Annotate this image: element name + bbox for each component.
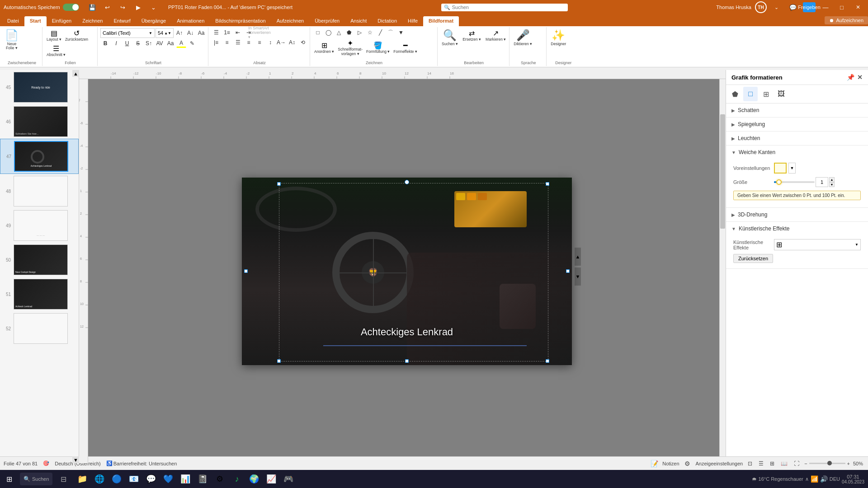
diktieren-btn[interactable]: 🎤 Diktieren ▾ (512, 28, 533, 47)
panel-close-btn[interactable]: ✕ (857, 74, 863, 81)
panel-icon-image[interactable]: 🖼 (774, 87, 788, 101)
suchen-btn[interactable]: 🔍 Suchen ▾ (440, 28, 459, 47)
slide-controls[interactable]: 🎯 (43, 460, 49, 466)
tab-uebergaenge[interactable]: Übergänge (136, 16, 171, 26)
app-outlook[interactable]: 📧 (126, 471, 142, 487)
weiche-kanten-header[interactable]: ▼ Weiche Kanten (726, 145, 868, 159)
textshadow-btn[interactable]: S↑ (144, 39, 154, 48)
tab-datei[interactable]: Datei (2, 16, 24, 26)
shape-3[interactable]: △ (334, 28, 344, 37)
view-outline-btn[interactable]: ☰ (757, 460, 765, 468)
highlight-btn[interactable]: ✎ (187, 39, 197, 48)
aufzeichnen-btn[interactable]: ⏺Aufzeichnen (825, 16, 868, 24)
slide-item-47[interactable]: 47 Achteckiges Lenkrad (0, 139, 79, 174)
italic-btn[interactable]: I (111, 39, 121, 48)
zoom-plus-btn[interactable]: + (847, 461, 850, 466)
shape-4[interactable]: ⬟ (344, 28, 354, 37)
formfill-btn[interactable]: 🪣Formfüllung ▾ (365, 40, 391, 55)
groesse-input[interactable] (816, 177, 828, 187)
fontcolor-btn[interactable]: A (176, 39, 186, 48)
font-size-selector[interactable]: 54▲▼ (156, 28, 174, 38)
slide-item-49[interactable]: 49 — — — (0, 208, 79, 243)
textdir-btn[interactable]: A→ (276, 38, 286, 47)
handle-ml[interactable] (244, 269, 248, 273)
shape-1[interactable]: □ (313, 28, 323, 37)
voreinstellungen-dropdown-arrow[interactable]: ▼ (788, 163, 796, 174)
notes-btn[interactable]: 📝 (650, 459, 659, 468)
language-btn[interactable]: DEU (830, 476, 840, 482)
ersetzen-btn[interactable]: ⇄ Ersetzen ▾ (461, 28, 482, 43)
shape-7[interactable]: ╱ (375, 28, 385, 37)
slide-panel-scroll-up[interactable]: ▲ (72, 70, 79, 77)
handle-top-center[interactable] (405, 180, 409, 184)
view-reading-btn[interactable]: 📖 (779, 460, 789, 468)
case-btn[interactable]: Aa (165, 39, 175, 48)
tab-start[interactable]: Start (24, 16, 47, 26)
app-fileexplorer[interactable]: 📁 (74, 471, 90, 487)
sound-icon[interactable]: 🔊 (820, 475, 828, 483)
justify-btn[interactable]: ≡ (255, 38, 264, 47)
tab-ueberpruef[interactable]: Überprüfen (309, 16, 345, 26)
zuruecksetzen-btn[interactable]: Zurücksetzen (733, 254, 773, 263)
scroll-thumb[interactable] (720, 114, 725, 229)
groesse-spin-up[interactable]: ▲ (829, 177, 835, 182)
slide-item-52[interactable]: 52 (0, 311, 79, 346)
app-edge[interactable]: 🌐 (91, 471, 108, 487)
slide-item-46[interactable]: 46 Schieben Sie hier... (0, 104, 79, 139)
panel-pin-icon[interactable]: 📌 (847, 74, 854, 81)
slide-item-51[interactable]: 51 Achteck Lenkrad (0, 277, 79, 311)
anordnen-btn[interactable]: ⊞Anordnen ▾ (313, 40, 335, 55)
linespacing-btn[interactable]: ↕ (265, 38, 275, 47)
slide-item-50[interactable]: 50 New Cockpit Design (0, 243, 79, 277)
convert-btn[interactable]: ⟲ (298, 38, 308, 47)
view-fullscreen-btn[interactable]: ⛶ (793, 460, 801, 468)
shape-6[interactable]: ☆ (365, 28, 375, 37)
tab-ansicht[interactable]: Ansicht (345, 16, 372, 26)
canvas-scroll-down[interactable]: ▼ (575, 267, 581, 286)
notes-label[interactable]: Notizen (662, 461, 679, 466)
panel-icon-effects[interactable]: □ (743, 87, 758, 101)
network-icon[interactable]: 📶 (811, 475, 818, 483)
comments-btn[interactable]: 💬 (787, 2, 799, 12)
view-settings-label[interactable]: Anzeigeeinstellungen (696, 461, 743, 466)
panel-icon-fill[interactable]: ⬟ (728, 87, 742, 101)
handle-mr[interactable] (566, 269, 570, 273)
groesse-slider[interactable] (774, 181, 815, 183)
autosave-switch[interactable] (63, 4, 79, 11)
search-input[interactable] (452, 5, 552, 10)
numbering-btn[interactable]: 1≡ (222, 28, 232, 37)
handle-bl[interactable] (277, 359, 281, 363)
charspacing-btn[interactable]: AV (155, 39, 165, 48)
start-btn[interactable]: ⊞ (0, 470, 18, 488)
share-btn[interactable]: Freigeben (803, 2, 816, 12)
user-avatar[interactable]: TH (755, 1, 767, 13)
main-area[interactable]: 🦁 Achteckiges Lenkrad (79, 70, 726, 463)
neue-folie-btn[interactable]: 📄 NeueFolie ▾ (4, 28, 20, 51)
app-chrome[interactable]: 🔵 (108, 471, 125, 487)
app-teams[interactable]: 💬 (143, 471, 159, 487)
app-skype[interactable]: 💙 (160, 471, 176, 487)
minimize-btn[interactable]: — (819, 2, 832, 12)
groesse-slider-thumb[interactable] (776, 179, 782, 185)
ribbon-collapse-btn[interactable]: ⌄ (770, 2, 783, 12)
handle-tr[interactable] (546, 182, 549, 186)
tab-hilfe[interactable]: Hilfe (402, 16, 423, 26)
align-center-btn[interactable]: ☰ (233, 38, 243, 47)
app-excel[interactable]: 📈 (263, 471, 279, 487)
tab-zeichnen[interactable]: Zeichnen (77, 16, 108, 26)
app-settings[interactable]: ⚙ (212, 471, 228, 487)
tab-bildschirm[interactable]: Bildschirmpräsentation (210, 16, 271, 26)
view-sort-btn[interactable]: ⊞ (769, 460, 776, 468)
kuenstlerische-dropdown[interactable]: ⊞ ▼ (774, 239, 861, 250)
zoom-slider[interactable] (809, 463, 845, 464)
panel-icon-layout[interactable]: ⊞ (759, 87, 773, 101)
redo-btn[interactable]: ↪ (117, 2, 129, 12)
undo-btn[interactable]: ↩ (101, 2, 114, 12)
taskbar-weather[interactable]: 🌧 16°C Regenschauer (752, 476, 803, 482)
slide-panel-scroll-down[interactable]: ▼ (72, 456, 79, 463)
slide-item-45[interactable]: 45 Ready to ride (0, 70, 79, 104)
textbox-selection[interactable] (323, 345, 527, 346)
taskbar-search[interactable]: 🔍 Suchen (20, 473, 52, 485)
font-increase-btn[interactable]: A↑ (175, 28, 184, 38)
zuruecksetzen-btn[interactable]: ↺Zurücksetzen (64, 28, 90, 43)
